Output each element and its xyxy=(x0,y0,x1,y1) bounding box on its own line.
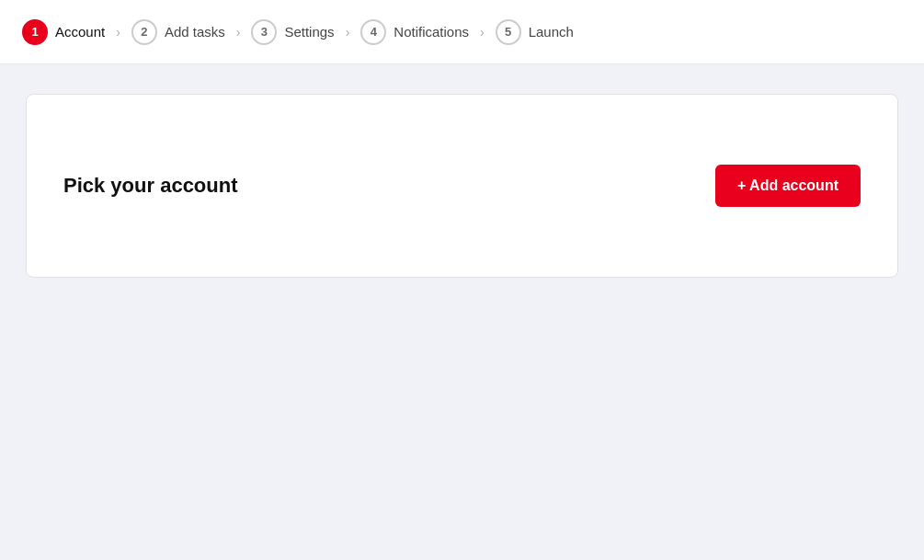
step-2-label: Add tasks xyxy=(165,24,225,40)
step-3-circle: 3 xyxy=(251,19,277,45)
step-5-label: Launch xyxy=(529,24,574,40)
main-content: Pick your account + Add account xyxy=(0,64,924,307)
step-4-circle: 4 xyxy=(360,19,386,45)
chevron-3-icon: › xyxy=(346,25,350,40)
step-3[interactable]: 3 Settings xyxy=(251,19,334,45)
step-1-label: Account xyxy=(55,24,105,40)
chevron-4-icon: › xyxy=(480,25,485,40)
step-4[interactable]: 4 Notifications xyxy=(360,19,469,45)
chevron-1-icon: › xyxy=(116,25,120,40)
card-title: Pick your account xyxy=(63,174,238,198)
step-2-circle: 2 xyxy=(131,19,157,45)
step-2[interactable]: 2 Add tasks xyxy=(131,19,225,45)
step-4-label: Notifications xyxy=(394,24,469,40)
step-5-circle: 5 xyxy=(496,19,521,45)
chevron-2-icon: › xyxy=(236,25,241,40)
account-card: Pick your account + Add account xyxy=(26,94,898,278)
step-1[interactable]: 1 Account xyxy=(22,19,105,45)
step-3-label: Settings xyxy=(284,24,334,40)
top-nav: 1 Account › 2 Add tasks › 3 Settings › 4… xyxy=(0,0,924,64)
step-1-circle: 1 xyxy=(22,19,48,45)
step-5[interactable]: 5 Launch xyxy=(496,19,574,45)
add-account-button[interactable]: + Add account xyxy=(715,165,861,207)
